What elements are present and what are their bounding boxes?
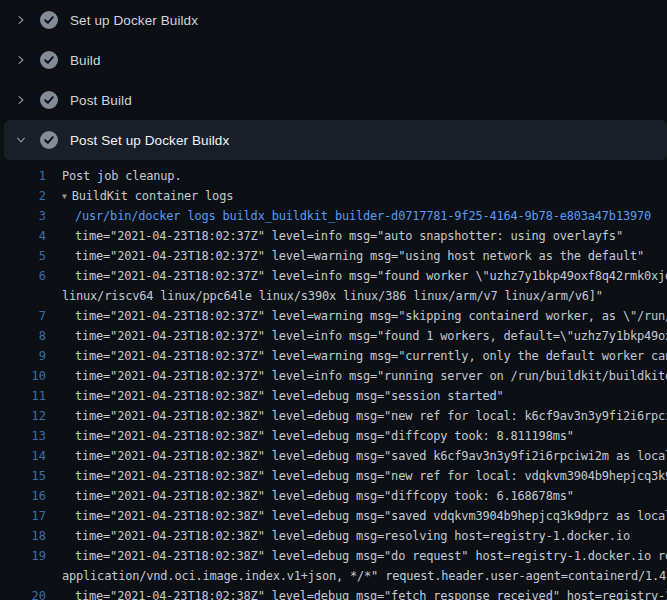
log-text: time="2021-04-23T18:02:38Z" level=debug … [62, 466, 667, 486]
log-text: application/vnd.oci.image.index.v1+json,… [62, 566, 667, 586]
log-row: 18time="2021-04-23T18:02:38Z" level=debu… [0, 526, 667, 546]
log-line-number [0, 566, 46, 586]
log-line-number [0, 286, 46, 306]
log-line-number[interactable]: 5 [0, 246, 46, 266]
log-line-number[interactable]: 6 [0, 266, 46, 286]
log-row: 17time="2021-04-23T18:02:38Z" level=debu… [0, 506, 667, 526]
step-list: Set up Docker Buildx Build Post Build Po… [0, 0, 667, 160]
log-command-text: /usr/bin/docker logs buildx_buildkit_bui… [62, 206, 651, 226]
log-text: time="2021-04-23T18:02:37Z" level=info m… [62, 266, 667, 286]
log-text: time="2021-04-23T18:02:37Z" level=info m… [62, 366, 667, 386]
log-row: linux/riscv64 linux/ppc64le linux/s390x … [0, 286, 667, 306]
log-text: time="2021-04-23T18:02:38Z" level=debug … [62, 486, 574, 506]
log-row: 11time="2021-04-23T18:02:38Z" level=debu… [0, 386, 667, 406]
log-row: 15time="2021-04-23T18:02:38Z" level=debu… [0, 466, 667, 486]
log-row: application/vnd.oci.image.index.v1+json,… [0, 566, 667, 586]
log-row: 19time="2021-04-23T18:02:38Z" level=debu… [0, 546, 667, 566]
chevron-right-icon [12, 92, 30, 108]
chevron-right-icon [12, 52, 30, 68]
log-line-number[interactable]: 15 [0, 466, 46, 486]
log-text: time="2021-04-23T18:02:38Z" level=debug … [62, 426, 574, 446]
log-line-number[interactable]: 2 [0, 186, 46, 206]
log-text: time="2021-04-23T18:02:37Z" level=warnin… [62, 346, 667, 366]
log-group-toggle[interactable]: ▼BuildKit container logs [62, 186, 233, 206]
chevron-right-icon [12, 12, 30, 28]
log-line-number[interactable]: 11 [0, 386, 46, 406]
log-line-number[interactable]: 20 [0, 586, 46, 600]
log-line-number[interactable]: 10 [0, 366, 46, 386]
log-row: 9time="2021-04-23T18:02:37Z" level=warni… [0, 346, 667, 366]
group-expanded-caret-icon[interactable]: ▼ [62, 187, 67, 206]
log-text: time="2021-04-23T18:02:38Z" level=debug … [62, 406, 667, 426]
log-lines: 1Post job cleanup.2▼BuildKit container l… [0, 160, 667, 600]
log-row: 4time="2021-04-23T18:02:37Z" level=info … [0, 226, 667, 246]
log-row: 12time="2021-04-23T18:02:38Z" level=debu… [0, 406, 667, 426]
log-text: time="2021-04-23T18:02:38Z" level=debug … [62, 506, 667, 526]
log-line-number[interactable]: 18 [0, 526, 46, 546]
log-row: 1Post job cleanup. [0, 166, 667, 186]
log-line-number[interactable]: 3 [0, 206, 46, 226]
log-text: linux/riscv64 linux/ppc64le linux/s390x … [62, 286, 603, 306]
step-row-set-up-docker-buildx[interactable]: Set up Docker Buildx [4, 0, 667, 40]
log-row: 3/usr/bin/docker logs buildx_buildkit_bu… [0, 206, 667, 226]
step-row-post-build[interactable]: Post Build [4, 80, 667, 120]
log-row: 6time="2021-04-23T18:02:37Z" level=info … [0, 266, 667, 286]
check-circle-icon [40, 51, 58, 69]
log-line-number[interactable]: 8 [0, 326, 46, 346]
log-text: time="2021-04-23T18:02:38Z" level=debug … [62, 526, 630, 546]
log-line-number[interactable]: 4 [0, 226, 46, 246]
log-line-number[interactable]: 7 [0, 306, 46, 326]
log-row: 14time="2021-04-23T18:02:38Z" level=debu… [0, 446, 667, 466]
chevron-down-icon [12, 132, 30, 148]
step-row-build[interactable]: Build [4, 40, 667, 80]
step-label: Post Set up Docker Buildx [70, 133, 229, 148]
log-line-number[interactable]: 1 [0, 166, 46, 186]
log-line-number[interactable]: 14 [0, 446, 46, 466]
log-row: 8time="2021-04-23T18:02:37Z" level=info … [0, 326, 667, 346]
check-circle-icon [40, 131, 58, 149]
log-row: 16time="2021-04-23T18:02:38Z" level=debu… [0, 486, 667, 506]
step-label: Set up Docker Buildx [70, 13, 198, 28]
log-text: time="2021-04-23T18:02:37Z" level=warnin… [62, 246, 644, 266]
log-text: time="2021-04-23T18:02:38Z" level=debug … [62, 386, 504, 406]
check-circle-icon [40, 91, 58, 109]
step-row-post-set-up-docker-buildx[interactable]: Post Set up Docker Buildx [4, 120, 667, 160]
log-text: time="2021-04-23T18:02:37Z" level=info m… [62, 226, 623, 246]
log-row: 10time="2021-04-23T18:02:37Z" level=info… [0, 366, 667, 386]
log-row: 2▼BuildKit container logs [0, 186, 667, 206]
log-line-number[interactable]: 13 [0, 426, 46, 446]
step-label: Build [70, 53, 101, 68]
log-text: time="2021-04-23T18:02:38Z" level=debug … [62, 446, 667, 466]
log-line-number[interactable]: 12 [0, 406, 46, 426]
log-text: time="2021-04-23T18:02:37Z" level=warnin… [62, 306, 667, 326]
log-row: 7time="2021-04-23T18:02:37Z" level=warni… [0, 306, 667, 326]
log-line-number[interactable]: 19 [0, 546, 46, 566]
log-text: time="2021-04-23T18:02:38Z" level=debug … [62, 546, 667, 566]
log-line-number[interactable]: 9 [0, 346, 46, 366]
log-text: Post job cleanup. [62, 166, 181, 186]
log-text: time="2021-04-23T18:02:38Z" level=debug … [62, 586, 667, 600]
check-circle-icon [40, 11, 58, 29]
log-row: 20time="2021-04-23T18:02:38Z" level=debu… [0, 586, 667, 600]
log-text: time="2021-04-23T18:02:37Z" level=info m… [62, 326, 667, 346]
step-label: Post Build [70, 93, 132, 108]
log-row: 13time="2021-04-23T18:02:38Z" level=debu… [0, 426, 667, 446]
log-line-number[interactable]: 16 [0, 486, 46, 506]
log-line-number[interactable]: 17 [0, 506, 46, 526]
log-row: 5time="2021-04-23T18:02:37Z" level=warni… [0, 246, 667, 266]
